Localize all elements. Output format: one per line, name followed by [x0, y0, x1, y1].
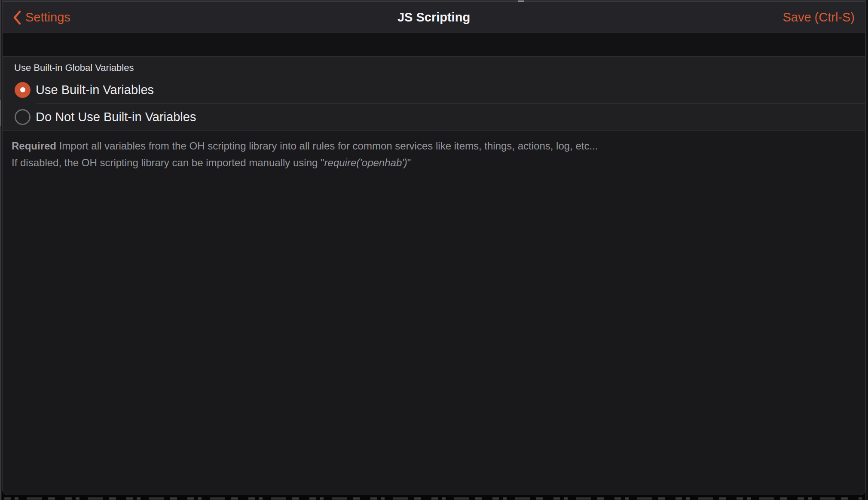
page-empty-area [3, 171, 865, 495]
description-line-2-text: If disabled, the OH scripting library ca… [12, 157, 324, 168]
back-button-label: Settings [25, 10, 70, 24]
background-window-text-fragments [4, 497, 862, 500]
background-window-right-edge [865, 0, 868, 500]
back-button[interactable]: Settings [13, 10, 70, 25]
navbar: Settings JS Scripting Save (Ctrl-S) [3, 2, 865, 33]
radio-unselected-icon[interactable] [15, 109, 31, 125]
required-badge-text: Required [12, 140, 56, 152]
description-line-2-closing-quote: " [407, 157, 411, 168]
radio-selected-icon[interactable] [15, 82, 31, 98]
description-line-1: Required Import all variables from the O… [12, 137, 839, 154]
navbar-gap [3, 33, 865, 56]
js-scripting-settings-page: Settings JS Scripting Save (Ctrl-S) Use … [2, 2, 865, 495]
description-code-snippet: require('openhab') [324, 157, 407, 168]
setting-description: Required Import all variables from the O… [3, 131, 865, 171]
background-window-left-notch [0, 100, 1, 126]
page-title: JS Scripting [3, 10, 865, 24]
chevron-left-icon [13, 10, 21, 25]
setting-group-label: Use Built-in Global Variables [14, 62, 865, 74]
description-line-2: If disabled, the OH scripting library ca… [12, 154, 839, 171]
save-button[interactable]: Save (Ctrl-S) [782, 10, 855, 24]
radio-option-label: Do Not Use Built-in Variables [36, 110, 196, 124]
radio-option-use-builtin-variables[interactable]: Use Built-in Variables [3, 76, 865, 103]
radio-option-do-not-use-builtin-variables[interactable]: Do Not Use Built-in Variables [3, 104, 865, 130]
radio-option-label: Use Built-in Variables [36, 83, 154, 97]
builtin-variables-setting-group: Use Built-in Global Variables Use Built-… [3, 56, 865, 131]
description-line-1-text: Import all variables from the OH scripti… [56, 140, 598, 152]
